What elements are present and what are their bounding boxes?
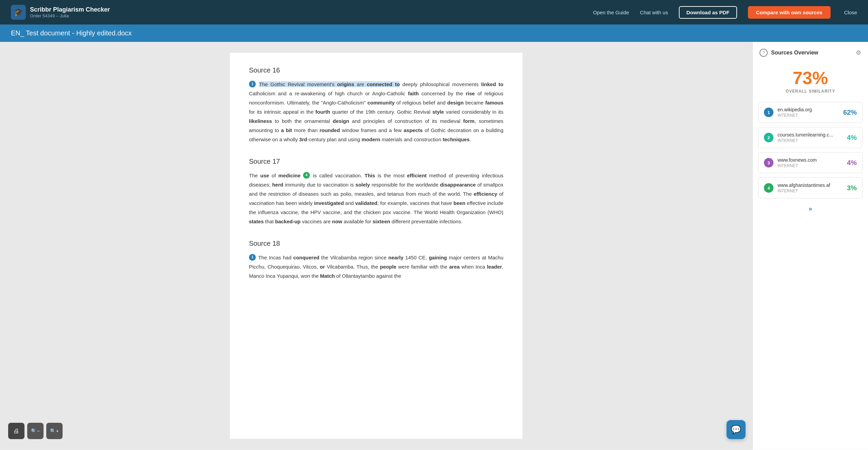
zoom-out-button[interactable]: 🔍− (27, 423, 44, 439)
print-button[interactable]: 🖨 (8, 423, 24, 439)
source-card-1[interactable]: 1 en.wikipedia.org INTERNET 62% (758, 102, 863, 123)
header-nav: Open the Guide Chat with us Download as … (593, 6, 857, 19)
source-num-1: 1 (764, 108, 773, 117)
zoom-out-icon: 🔍− (31, 428, 39, 434)
help-icon[interactable]: ? (760, 49, 768, 57)
source-type-1: INTERNET (778, 113, 839, 118)
source-domain-3: www.foxnews.com (778, 157, 843, 163)
source-type-3: INTERNET (778, 163, 843, 168)
source-18-heading: Source 18 (249, 240, 503, 247)
overall-similarity-percentage: 73% (758, 69, 863, 87)
badge-4-source17: 4 (303, 172, 310, 179)
source-18-text: 1 The Incas had conquered the Vilcabamba… (249, 253, 503, 280)
overall-similarity-label: OVERALL SIMILARITY (758, 89, 863, 94)
logo-text: Scribbr Plagiarism Checker Order 54349 –… (30, 6, 110, 18)
open-guide-link[interactable]: Open the Guide (593, 10, 629, 15)
source-pct-2: 4% (847, 134, 857, 142)
overall-similarity-section: 73% OVERALL SIMILARITY (758, 64, 863, 102)
source-16-heading: Source 16 (249, 66, 503, 74)
app-title: Scribbr Plagiarism Checker (30, 6, 110, 13)
highlighted-text-s16: The Gothic Revival movement's origins ar… (259, 81, 400, 87)
source-info-1: en.wikipedia.org INTERNET (778, 107, 839, 118)
source-info-3: www.foxnews.com INTERNET (778, 157, 843, 168)
compare-sources-button[interactable]: Compare with own sources (748, 6, 831, 19)
chat-button[interactable]: 💬 (727, 420, 746, 439)
header: 🎓 Scribbr Plagiarism Checker Order 54349… (0, 0, 868, 25)
logo-icon: 🎓 (11, 5, 26, 20)
settings-icon[interactable]: ⚙ (856, 49, 861, 57)
zoom-in-icon: 🔍+ (50, 428, 59, 434)
source-domain-2: courses.lumenlearning.c... (778, 132, 843, 138)
source-num-4: 4 (764, 183, 773, 193)
source-17-heading: Source 17 (249, 158, 503, 165)
source-info-2: courses.lumenlearning.c... INTERNET (778, 132, 843, 143)
source-num-2: 2 (764, 133, 773, 142)
source-card-3[interactable]: 3 www.foxnews.com INTERNET 4% (758, 152, 863, 173)
source-17-text: The use of medicine 4 is called vaccinat… (249, 171, 503, 226)
bottom-toolbar: 🖨 🔍− 🔍+ (8, 423, 63, 439)
sidebar-header-left: ? Sources Overview (760, 49, 818, 57)
source-domain-4: www.afghanistantimes.af (778, 182, 843, 188)
source-num-3: 3 (764, 158, 773, 167)
nav-arrows[interactable]: » (758, 203, 863, 215)
zoom-in-button[interactable]: 🔍+ (46, 423, 63, 439)
source-type-4: INTERNET (778, 189, 843, 193)
source-pct-4: 3% (847, 184, 857, 192)
download-pdf-button[interactable]: Download as PDF (679, 6, 737, 19)
order-subtitle: Order 54349 – Julia (30, 13, 110, 18)
document-content: Source 16 1 The Gothic Revival movement'… (230, 53, 522, 439)
logo-area: 🎓 Scribbr Plagiarism Checker Order 54349… (11, 5, 110, 20)
chat-with-us-link[interactable]: Chat with us (640, 10, 668, 15)
source-info-4: www.afghanistantimes.af INTERNET (778, 182, 843, 193)
print-icon: 🖨 (13, 428, 19, 435)
close-link[interactable]: Close (844, 10, 857, 15)
source-domain-1: en.wikipedia.org (778, 107, 839, 112)
sidebar: ? Sources Overview ⚙ 73% OVERALL SIMILAR… (752, 42, 868, 450)
source-type-2: INTERNET (778, 138, 843, 143)
badge-1-source16: 1 (249, 81, 256, 87)
doc-title: EN_ Test document - Highly edited.docx (11, 29, 132, 37)
document-area: Source 16 1 The Gothic Revival movement'… (0, 42, 752, 450)
doc-title-bar: EN_ Test document - Highly edited.docx (0, 25, 868, 42)
source-16-text: 1 The Gothic Revival movement's origins … (249, 80, 503, 144)
source-pct-1: 62% (843, 109, 857, 116)
sidebar-title: Sources Overview (771, 50, 818, 56)
source-card-2[interactable]: 2 courses.lumenlearning.c... INTERNET 4% (758, 127, 863, 148)
source-pct-3: 4% (847, 159, 857, 167)
source-card-4[interactable]: 4 www.afghanistantimes.af INTERNET 3% (758, 177, 863, 198)
sidebar-header: ? Sources Overview ⚙ (758, 49, 863, 57)
main-layout: Source 16 1 The Gothic Revival movement'… (0, 42, 868, 450)
chat-icon: 💬 (731, 425, 741, 434)
badge-1-source18: 1 (249, 254, 256, 261)
